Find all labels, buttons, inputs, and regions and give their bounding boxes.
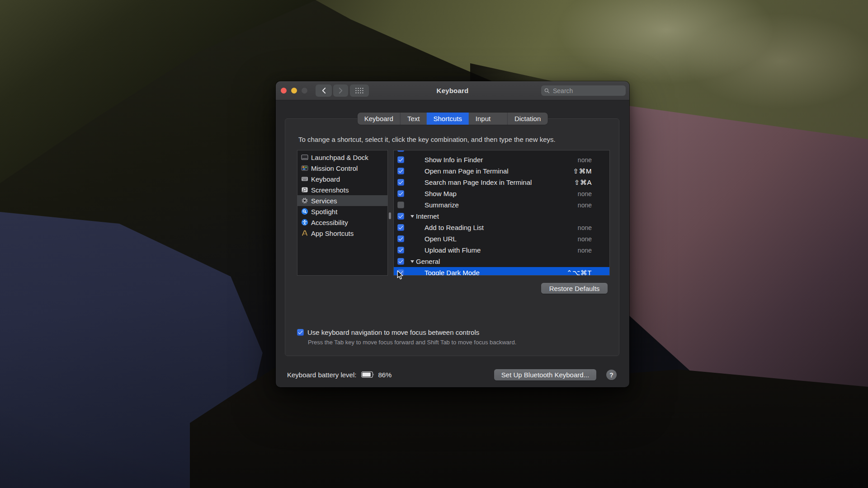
shortcut-row-open-man-page-in-terminal[interactable]: Open man Page in Terminal⇧⌘M — [394, 165, 609, 177]
shortcut-row-search-man-page-index-in-terminal[interactable]: Search man Page Index in Terminal⇧⌘A — [394, 177, 609, 188]
system-preferences-keyboard-window: Keyboard KeyboardTextShortcutsInput Sour… — [276, 81, 629, 387]
battery-icon — [361, 371, 375, 378]
shortcut-keys: none — [578, 224, 592, 231]
shortcut-row-general[interactable]: General — [394, 256, 609, 267]
shortcut-keys: ⌃⌥⌘T — [566, 269, 592, 276]
shortcut-row-show-info-in-finder[interactable]: Show Info in Findernone — [394, 154, 609, 165]
shortcut-label: Add to Reading List — [425, 224, 484, 231]
keyboard-navigation-label: Use keyboard navigation to move focus be… — [307, 328, 479, 336]
keyboard-navigation-row: Use keyboard navigation to move focus be… — [297, 328, 479, 336]
shortcut-row-open-url[interactable]: Open URLnone — [394, 233, 609, 244]
sidebar-item-label: Spotlight — [311, 208, 337, 216]
shortcut-keys: ⇧⌘M — [573, 167, 592, 175]
keyboard-navigation-note: Press the Tab key to move focus forward … — [308, 339, 516, 346]
sidebar-item-app-shortcuts[interactable]: App Shortcuts — [297, 228, 387, 239]
sidebar-item-launchpad-dock[interactable]: Launchpad & Dock — [297, 152, 387, 163]
services-shortcut-list[interactable]: Show Info in FindernoneOpen man Page in … — [393, 150, 610, 276]
sidebar-item-spotlight[interactable]: Spotlight — [297, 206, 387, 217]
screenshots-icon — [301, 186, 308, 194]
sidebar-item-label: Mission Control — [311, 164, 358, 172]
sidebar-item-keyboard[interactable]: Keyboard — [297, 174, 387, 184]
checkbox[interactable] — [397, 224, 404, 231]
spotlight-icon — [301, 208, 308, 216]
category-list[interactable]: Launchpad & DockMission ControlKeyboardS… — [297, 150, 388, 276]
setup-bluetooth-keyboard-button[interactable]: Set Up Bluetooth Keyboard... — [494, 369, 596, 380]
shortcut-label: Summarize — [425, 201, 459, 209]
help-button[interactable]: ? — [606, 370, 617, 380]
tab-text[interactable]: Text — [400, 113, 427, 125]
accessibility-icon — [301, 219, 308, 226]
instruction-text: To change a shortcut, select it, click t… — [298, 136, 556, 143]
shortcut-row-internet[interactable]: Internet — [394, 211, 609, 222]
tab-dictation[interactable]: Dictation — [507, 113, 547, 125]
checkbox[interactable] — [397, 156, 404, 163]
shortcut-lists: Launchpad & DockMission ControlKeyboardS… — [297, 150, 610, 276]
shortcut-row-toggle-dark-mode[interactable]: Toggle Dark Mode⌃⌥⌘T — [394, 267, 609, 276]
disclosure-triangle-icon[interactable] — [410, 215, 414, 218]
scrollbar-thumb[interactable] — [389, 212, 391, 219]
keyboard-icon — [301, 175, 308, 183]
shortcut-label: Internet — [416, 212, 439, 220]
search-icon — [544, 88, 550, 94]
desktop: Keyboard KeyboardTextShortcutsInput Sour… — [0, 0, 868, 488]
checkbox[interactable] — [397, 235, 404, 242]
shortcut-label: Show Info in Finder — [425, 156, 483, 164]
checkbox[interactable] — [397, 179, 404, 186]
shortcut-row-partial[interactable] — [394, 150, 609, 154]
sidebar-item-label: Services — [311, 197, 337, 205]
sidebar-item-label: Screenshots — [311, 186, 349, 194]
sidebar-item-label: Launchpad & Dock — [311, 154, 368, 161]
shortcut-keys: none — [578, 156, 592, 164]
battery-label: Keyboard battery level: — [287, 371, 356, 379]
restore-defaults-button[interactable]: Restore Defaults — [541, 283, 608, 294]
sidebar-item-mission-control[interactable]: Mission Control — [297, 163, 387, 174]
category-rows: Launchpad & DockMission ControlKeyboardS… — [297, 150, 387, 239]
shortcuts-panel: To change a shortcut, select it, click t… — [285, 118, 619, 356]
shortcut-label: Search man Page Index in Terminal — [425, 178, 532, 186]
shortcut-keys: ⇧⌘A — [574, 178, 592, 187]
shortcut-row-add-to-reading-list[interactable]: Add to Reading Listnone — [394, 222, 609, 233]
sidebar-item-screenshots[interactable]: Screenshots — [297, 184, 387, 195]
shortcut-label: Open URL — [425, 235, 457, 243]
battery-status: Keyboard battery level: 86% — [287, 370, 392, 380]
tab-shortcuts[interactable]: Shortcuts — [426, 113, 468, 125]
checkbox[interactable] — [397, 247, 404, 253]
checkbox[interactable] — [397, 190, 404, 197]
shortcut-row-upload-with-flume[interactable]: Upload with Flumenone — [394, 244, 609, 256]
search-input[interactable] — [552, 87, 608, 95]
tab-input-sources[interactable]: Input Sources — [469, 113, 507, 125]
keyboard-navigation-checkbox[interactable] — [297, 329, 304, 336]
checkbox[interactable] — [397, 150, 404, 152]
shortcut-keys: none — [578, 202, 592, 209]
shortcut-label: Toggle Dark Mode — [425, 269, 480, 276]
shortcut-row-summarize[interactable]: Summarizenone — [394, 199, 609, 211]
sidebar-item-services[interactable]: Services — [297, 195, 387, 206]
checkbox[interactable] — [397, 258, 404, 265]
disclosure-triangle-icon[interactable] — [410, 260, 414, 263]
shortcut-rows: Show Info in FindernoneOpen man Page in … — [394, 150, 609, 276]
app-shortcuts-icon — [301, 230, 308, 237]
shortcut-keys: none — [578, 247, 592, 254]
shortcut-keys: none — [578, 190, 592, 197]
mouse-cursor — [397, 270, 404, 280]
search-field[interactable] — [541, 85, 626, 96]
checkbox[interactable] — [397, 168, 404, 174]
shortcut-keys: none — [578, 235, 592, 243]
sidebar-item-label: App Shortcuts — [311, 230, 354, 237]
tab-bar: KeyboardTextShortcutsInput SourcesDictat… — [358, 113, 548, 125]
sidebar-item-accessibility[interactable]: Accessibility — [297, 217, 387, 228]
sidebar-item-label: Keyboard — [311, 175, 340, 183]
tab-keyboard[interactable]: Keyboard — [358, 113, 400, 125]
mission-control-icon — [301, 164, 308, 172]
sidebar-item-label: Accessibility — [311, 219, 348, 226]
shortcut-row-show-map[interactable]: Show Mapnone — [394, 188, 609, 199]
shortcut-label: Show Map — [425, 190, 457, 197]
launchpad-dock-icon — [301, 154, 308, 161]
shortcut-label: Upload with Flume — [425, 246, 481, 254]
shortcut-label: Open man Page in Terminal — [425, 167, 509, 175]
checkbox[interactable] — [397, 213, 404, 220]
shortcut-label: General — [416, 258, 440, 265]
battery-percent: 86% — [378, 371, 392, 379]
title-bar[interactable]: Keyboard — [276, 81, 629, 100]
checkbox[interactable] — [397, 202, 404, 208]
